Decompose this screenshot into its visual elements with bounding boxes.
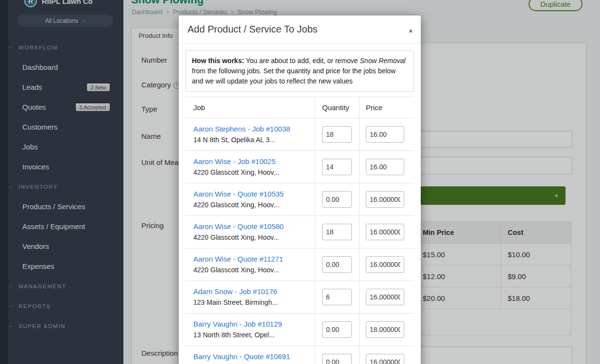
- job-row: Adam Snow - Job #10176 123 Main Street, …: [186, 281, 414, 314]
- job-address: 123 Main Street, Birmingh...: [193, 298, 310, 307]
- job-link[interactable]: Aaron Wise - Quote #11271: [193, 254, 310, 264]
- modal-body: How this works: You are about to add, ed…: [179, 44, 421, 364]
- job-row: Aaron Wise - Quote #11271 4220 Glasscott…: [186, 248, 414, 281]
- job-link[interactable]: Aaron Wise - Quote #10580: [193, 222, 310, 232]
- product-name-italic: Snow Removal: [360, 57, 406, 65]
- job-link[interactable]: Barry Vaughn - Job #10129: [193, 319, 310, 329]
- price-input[interactable]: [366, 224, 404, 240]
- quantity-input[interactable]: [322, 321, 352, 338]
- jobs-table-header: Job Quantity Price: [186, 97, 414, 118]
- job-column-header: Job: [186, 97, 315, 118]
- quantity-input[interactable]: [322, 159, 352, 175]
- job-address: 4220 Glasscott Xing, Hoov...: [193, 167, 310, 177]
- quantity-input[interactable]: [322, 224, 352, 240]
- add-product-modal: Add Product / Service To Jobs ✕ How this…: [179, 16, 421, 364]
- job-address: 14 N 8th St, Opelika AL 3...: [193, 135, 310, 145]
- job-row: Barry Vaughn - Quote #10691 13 North 8th…: [186, 346, 414, 364]
- job-link[interactable]: Aaron Wise - Job #10025: [193, 157, 310, 166]
- price-input[interactable]: [366, 289, 404, 305]
- job-link[interactable]: Aaron Wise - Quote #10535: [193, 189, 310, 199]
- price-column-header: Price: [359, 97, 414, 118]
- modal-title: Add Product / Service To Jobs: [188, 24, 412, 35]
- job-row: Aaron Wise - Job #10025 4220 Glasscott X…: [186, 151, 414, 183]
- job-address: 13 North 8th Street, Opel...: [193, 330, 310, 340]
- quantity-input[interactable]: [322, 354, 352, 364]
- price-input[interactable]: [366, 126, 404, 143]
- price-input[interactable]: [366, 159, 404, 175]
- price-input[interactable]: [366, 354, 404, 364]
- job-address: 4220 Glasscott Xing, Hoov...: [193, 265, 310, 275]
- job-link[interactable]: Adam Snow - Job #10176: [193, 287, 310, 297]
- price-input[interactable]: [366, 191, 404, 208]
- price-input[interactable]: [366, 321, 404, 338]
- job-row: Aaron Wise - Quote #10580 4220 Glasscott…: [186, 216, 414, 248]
- jobs-table: Job Quantity Price Aaron Stephens - Job …: [186, 97, 414, 364]
- how-this-works-bold: How this works:: [192, 57, 244, 65]
- job-address: 4220 Glasscott Xing, Hoov...: [193, 232, 310, 242]
- quantity-input[interactable]: [322, 289, 352, 305]
- app-screen: R RIIPL Lawn Co All Locations ⌄ -- WORKF…: [0, 0, 600, 364]
- quantity-input[interactable]: [322, 126, 352, 143]
- job-link[interactable]: Aaron Stephens - Job #10038: [193, 124, 310, 134]
- job-row: Barry Vaughn - Job #10129 13 North 8th S…: [186, 314, 414, 346]
- close-icon[interactable]: ✕: [409, 28, 413, 34]
- price-input[interactable]: [366, 256, 404, 273]
- modal-header: Add Product / Service To Jobs ✕: [179, 16, 421, 44]
- job-row: Aaron Wise - Quote #10535 4220 Glasscott…: [186, 183, 414, 216]
- job-address: 4220 Glasscott Xing, Hoov...: [193, 200, 310, 210]
- how-this-works-note: How this works: You are about to add, ed…: [186, 50, 414, 92]
- quantity-input[interactable]: [322, 191, 352, 208]
- job-row: Aaron Stephens - Job #10038 14 N 8th St,…: [186, 118, 414, 151]
- job-link[interactable]: Barry Vaughn - Quote #10691: [193, 352, 310, 362]
- quantity-column-header: Quantity: [315, 97, 359, 118]
- quantity-input[interactable]: [322, 256, 352, 273]
